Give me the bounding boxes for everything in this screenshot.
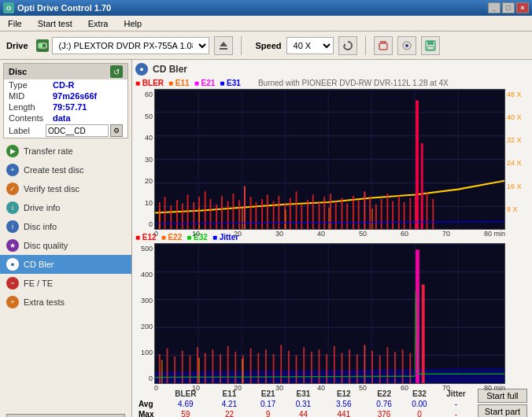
svg-rect-54 bbox=[312, 194, 314, 229]
chart2-yaxis-right bbox=[505, 243, 529, 384]
svg-rect-109 bbox=[250, 349, 252, 383]
max-e31: 44 bbox=[285, 409, 322, 417]
label-settings-button[interactable]: ⚙ bbox=[110, 124, 123, 137]
svg-rect-127 bbox=[386, 347, 388, 383]
panel-header: ● CD Bler bbox=[135, 63, 529, 76]
svg-rect-31 bbox=[182, 203, 183, 229]
legend-e31: ■ E31 bbox=[220, 79, 241, 87]
sidebar-item-fe-te[interactable]: ~ FE / TE bbox=[0, 274, 131, 293]
sidebar-item-extra-tests[interactable]: + Extra tests bbox=[0, 293, 131, 312]
svg-rect-43 bbox=[250, 197, 252, 229]
menu-file[interactable]: File bbox=[3, 17, 27, 30]
sidebar-item-drive-info[interactable]: i Drive info bbox=[0, 198, 131, 217]
refresh-button[interactable] bbox=[338, 36, 357, 55]
svg-rect-56 bbox=[323, 197, 325, 229]
max-e11: 22 bbox=[208, 409, 252, 417]
nav-label-drive-info: Drive info bbox=[24, 203, 60, 212]
chart2-plot bbox=[154, 243, 505, 384]
disc-contents-value: data bbox=[53, 113, 71, 123]
eject-button[interactable] bbox=[214, 36, 233, 55]
close-button[interactable]: × bbox=[516, 2, 529, 13]
burn-button[interactable] bbox=[397, 36, 416, 55]
save-button[interactable] bbox=[421, 36, 440, 55]
drive-label: Drive bbox=[6, 41, 28, 50]
sidebar-item-disc-quality[interactable]: ★ Disc quality bbox=[0, 236, 131, 255]
svg-rect-124 bbox=[364, 345, 365, 383]
svg-rect-81 bbox=[285, 209, 286, 229]
speed-select[interactable]: 40 X bbox=[286, 37, 334, 54]
maximize-button[interactable]: □ bbox=[502, 2, 515, 13]
svg-rect-39 bbox=[227, 201, 229, 229]
menu-help[interactable]: Help bbox=[119, 17, 146, 30]
disc-panel: Disc ↺ Type CD-R MID 97m26s66f Length 79… bbox=[3, 63, 128, 138]
drive-select-wrap: (J:) PLEXTOR DVDR PX-755A 1.08 bbox=[36, 37, 209, 54]
svg-rect-41 bbox=[238, 200, 240, 229]
transfer-rate-icon: ▶ bbox=[6, 145, 19, 157]
svg-rect-63 bbox=[364, 191, 365, 229]
svg-rect-82 bbox=[328, 208, 330, 229]
nav-label-extra-tests: Extra tests bbox=[24, 297, 65, 307]
drive-select[interactable]: (J:) PLEXTOR DVDR PX-755A 1.08 bbox=[52, 37, 209, 54]
svg-rect-121 bbox=[341, 353, 342, 383]
chart1-svg bbox=[155, 90, 504, 229]
row-label-max: Max bbox=[135, 409, 164, 417]
create-test-disc-icon: + bbox=[6, 164, 19, 176]
minimize-button[interactable]: _ bbox=[488, 2, 501, 13]
max-jitter: - bbox=[436, 409, 475, 417]
stats-row-avg: Avg 4.69 4.21 0.17 0.31 3.56 0.76 0.00 - bbox=[135, 399, 476, 409]
nav-label-fe-te: FE / TE bbox=[24, 279, 53, 288]
disc-mid-row: MID 97m26s66f bbox=[4, 90, 127, 101]
avg-jitter: - bbox=[436, 399, 475, 409]
menu-start-test[interactable]: Start test bbox=[33, 17, 77, 30]
svg-rect-69 bbox=[398, 196, 400, 229]
sidebar-item-create-test-disc[interactable]: + Create test disc bbox=[0, 161, 131, 179]
svg-marker-4 bbox=[344, 43, 346, 46]
disc-refresh-button[interactable]: ↺ bbox=[110, 65, 123, 78]
chart1-yaxis-left: 6050403020100 bbox=[135, 89, 154, 230]
svg-rect-1 bbox=[39, 44, 42, 47]
start-part-button[interactable]: Start part bbox=[478, 404, 527, 417]
svg-rect-107 bbox=[235, 352, 236, 383]
sidebar-item-transfer-rate[interactable]: ▶ Transfer rate bbox=[0, 142, 131, 161]
sidebar-item-disc-info[interactable]: i Disc info bbox=[0, 217, 131, 236]
svg-rect-128 bbox=[394, 352, 396, 383]
speed-label: Speed bbox=[256, 41, 282, 50]
sidebar-item-cd-bler[interactable]: ● CD Bler bbox=[0, 255, 131, 274]
svg-rect-110 bbox=[257, 353, 259, 383]
svg-rect-60 bbox=[346, 203, 348, 229]
svg-rect-50 bbox=[290, 198, 291, 229]
toolbar: Drive (J:) PLEXTOR DVDR PX-755A 1.08 Spe… bbox=[0, 31, 532, 60]
svg-rect-75 bbox=[432, 199, 434, 229]
svg-rect-103 bbox=[205, 353, 206, 383]
disc-type-row: Type CD-R bbox=[4, 79, 127, 90]
svg-rect-99 bbox=[174, 356, 175, 383]
svg-rect-65 bbox=[375, 205, 377, 229]
disc-type-value: CD-R bbox=[53, 80, 75, 90]
svg-rect-67 bbox=[386, 194, 388, 229]
sidebar-item-verify-test-disc[interactable]: ✓ Verify test disc bbox=[0, 179, 131, 198]
svg-rect-62 bbox=[358, 200, 360, 229]
svg-rect-130 bbox=[409, 353, 411, 383]
chart1-yaxis-right: 48 X40 X32 X24 X16 X8 X bbox=[505, 89, 529, 230]
toolbar-separator-2 bbox=[365, 36, 366, 55]
svg-rect-80 bbox=[242, 206, 243, 229]
chart1-plot bbox=[154, 89, 505, 230]
svg-rect-58 bbox=[335, 201, 337, 229]
content-area: ● CD Bler ■ BLER ■ E11 ■ E21 ■ E31 Burne… bbox=[132, 60, 532, 417]
drive-info-icon: i bbox=[6, 201, 19, 214]
svg-rect-100 bbox=[182, 351, 183, 383]
disc-label-input[interactable] bbox=[46, 124, 109, 137]
legend-e21: ■ E21 bbox=[194, 79, 216, 87]
nav-label-cd-bler: CD Bler bbox=[24, 260, 54, 269]
svg-rect-36 bbox=[209, 199, 211, 229]
window-controls[interactable]: _ □ × bbox=[488, 2, 529, 13]
svg-rect-122 bbox=[349, 349, 350, 383]
disc-mid-label: MID bbox=[9, 91, 53, 101]
erase-button[interactable] bbox=[374, 36, 393, 55]
panel-icon: ● bbox=[135, 63, 148, 76]
status-window-button[interactable]: Status window >> bbox=[6, 414, 125, 417]
chart2-container: 5004003002001000 bbox=[135, 243, 529, 384]
menu-extra[interactable]: Extra bbox=[83, 17, 113, 30]
nav-label-disc-quality: Disc quality bbox=[24, 241, 68, 250]
svg-rect-119 bbox=[326, 354, 327, 383]
